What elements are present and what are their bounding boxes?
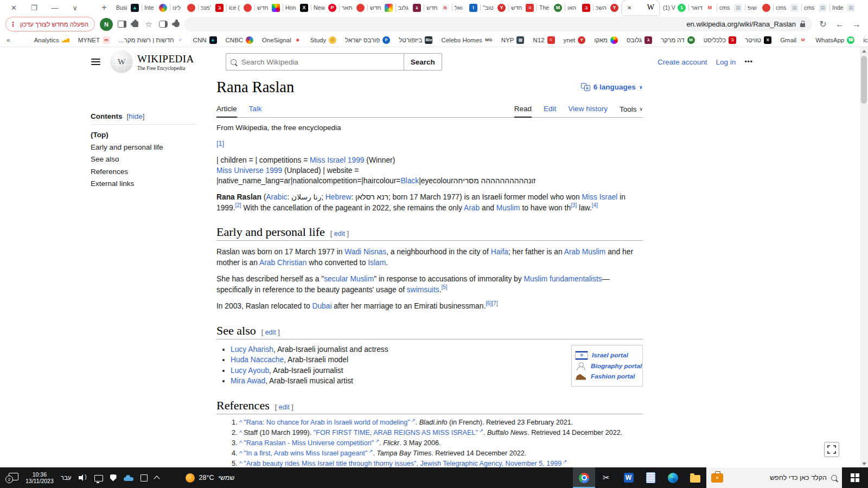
wiki-link[interactable]: Hebrew: [326, 193, 352, 201]
ref-link[interactable]: ↗: [374, 438, 379, 443]
browser-tab[interactable]: השכ Y: [593, 0, 621, 15]
network-icon[interactable]: [94, 475, 103, 481]
wiki-search-button[interactable]: Search: [404, 53, 442, 70]
ref-link[interactable]: [2]: [235, 202, 241, 208]
toc-item[interactable]: See also: [91, 153, 197, 166]
window-minimize-button[interactable]: —: [52, 4, 59, 12]
portal-link[interactable]: Fashion portal: [591, 373, 635, 380]
bookmark-item[interactable]: טוויטר X: [745, 36, 771, 44]
wiki-link[interactable]: Lucy Aharish: [231, 345, 273, 354]
wiki-link[interactable]: Miss Israel 1999: [310, 156, 364, 164]
browser-tab[interactable]: (1) V 1: [660, 0, 688, 15]
wiki-link[interactable]: "Rana Raslan - Miss Universe competition…: [244, 439, 374, 447]
bookmark-item[interactable]: WhatsApp ☎: [815, 36, 854, 44]
browser-tab[interactable]: Inte: [142, 0, 170, 15]
bookmark-item[interactable]: מאקו: [594, 36, 618, 44]
browser-tab[interactable]: תאר: [339, 0, 367, 15]
scrollbar-up-arrow[interactable]: [860, 47, 868, 55]
ref-link[interactable]: ^: [239, 440, 244, 446]
onedrive-icon[interactable]: [124, 475, 133, 481]
window-close-button[interactable]: ✕: [11, 4, 17, 12]
fullscreen-button[interactable]: [824, 442, 839, 457]
bookmark-item[interactable]: OneSignal ◉: [262, 36, 302, 44]
ref-link[interactable]: ↗: [367, 448, 373, 453]
tab-view-history[interactable]: View history: [568, 105, 608, 117]
wiki-link[interactable]: Arab Muslim: [564, 248, 606, 256]
ref-link[interactable]: ^: [239, 429, 244, 436]
wiki-link[interactable]: Haifa: [491, 248, 508, 256]
tab-article[interactable]: Article: [216, 105, 237, 118]
wiki-link[interactable]: "Rana: No chance for Arab in Israeli wor…: [244, 419, 410, 426]
browser-tab[interactable]: cms ▤: [717, 0, 745, 15]
browser-tab[interactable]: חדש מ: [424, 0, 452, 15]
ref-link[interactable]: ↗: [561, 458, 567, 464]
browser-tab[interactable]: מנכ' ב: [198, 0, 226, 15]
browser-tab[interactable]: "טוב Y: [480, 0, 508, 15]
keyboard-language-indicator[interactable]: עבר: [61, 474, 72, 481]
taskbar-notepad-button[interactable]: [640, 467, 662, 488]
languages-button[interactable]: A 6 languages ∨: [581, 83, 643, 91]
browser-tab[interactable]: האו ב: [565, 0, 593, 15]
bookmark-item[interactable]: גלובס ג: [627, 36, 652, 44]
reload-button[interactable]: ↻: [817, 19, 829, 29]
wiki-link[interactable]: "Arab beauty rides Miss Israel title thr…: [244, 460, 561, 467]
wiki-link[interactable]: "FOR FIRST TIME, ARAB REIGNS AS MISS ISR…: [314, 429, 478, 436]
share-icon[interactable]: [159, 21, 168, 28]
browser-tab[interactable]: דואר M: [688, 0, 717, 15]
tray-app-icon[interactable]: [141, 474, 148, 481]
browser-tab[interactable]: לינו: [170, 0, 198, 15]
wiki-link[interactable]: Muslim: [496, 204, 520, 212]
wiki-link[interactable]: swimsuits: [407, 286, 439, 294]
create-account-link[interactable]: Create account: [658, 58, 707, 66]
tab-read[interactable]: Read: [514, 105, 532, 118]
wiki-link[interactable]: Arab: [464, 204, 480, 212]
active-tab-wikipedia[interactable]: ✕ W: [622, 0, 659, 15]
bookmark-item[interactable]: CNN ▲: [193, 36, 217, 44]
profile-avatar[interactable]: N: [100, 18, 113, 31]
tab-talk[interactable]: Talk: [249, 105, 262, 117]
browser-tab[interactable]: חדש ≡: [508, 0, 537, 15]
bookmark-item[interactable]: Analytics ▂▄▆: [34, 36, 69, 44]
browser-tab[interactable]: cms ▤: [801, 0, 829, 15]
browser-tab[interactable]: New P: [311, 0, 339, 15]
more-options-icon[interactable]: •••: [744, 58, 753, 66]
window-restore-button[interactable]: ❐: [31, 4, 37, 12]
ref-link[interactable]: ^: [239, 419, 244, 426]
bookmark-item[interactable]: ynet Y: [564, 36, 586, 44]
tab-search-chevron[interactable]: ∨: [73, 4, 78, 12]
wiki-search-input[interactable]: [240, 57, 399, 67]
ref-link[interactable]: ^: [239, 460, 244, 467]
volume-icon[interactable]: ): [79, 474, 87, 481]
security-shield-icon[interactable]: [110, 474, 117, 481]
show-hidden-icons-chevron[interactable]: [154, 476, 159, 481]
wiki-link[interactable]: Arab Christian: [259, 259, 307, 267]
ref-link[interactable]: ^: [239, 450, 244, 457]
taskbar-edge-button[interactable]: [662, 467, 684, 488]
wiki-link[interactable]: Lucy Ayoub: [231, 367, 269, 375]
ref-link[interactable]: [4]: [592, 202, 598, 208]
side-panel-icon[interactable]: [118, 21, 126, 28]
wiki-link[interactable]: Arabic: [266, 193, 287, 201]
forward-button[interactable]: →: [851, 20, 863, 29]
toc-hide-link[interactable]: [hide]: [127, 112, 145, 120]
browser-tab[interactable]: חדש: [367, 0, 395, 15]
wiki-link[interactable]: Mira Awad: [231, 377, 265, 385]
chrome-update-button[interactable]: ⋮ הפעלה מחדש לצורך עדכון: [5, 17, 95, 31]
browser-tab[interactable]: שופ: [745, 0, 773, 15]
browser-tab[interactable]: Inde ▤: [829, 0, 858, 15]
bookmark-item[interactable]: N12 ≡: [533, 36, 554, 44]
wiki-link[interactable]: Islam: [368, 259, 386, 267]
edit-section-link[interactable]: [ edit ]: [261, 329, 280, 336]
bookmark-item[interactable]: ביזפורטל Biz: [399, 36, 432, 44]
bookmark-item[interactable]: NYP ▦: [501, 36, 525, 44]
browser-tab[interactable]: ice (: [226, 0, 254, 15]
bookmark-item[interactable]: Celebs Homes MG: [441, 36, 492, 44]
browser-tab[interactable]: ואל !: [452, 0, 480, 15]
browser-tab[interactable]: cms ▤: [773, 0, 801, 15]
lock-icon[interactable]: [800, 23, 805, 27]
browser-tab[interactable]: The M: [537, 0, 565, 15]
wiki-link[interactable]: "In a first, Arab wins Miss Israel pagea…: [244, 450, 367, 457]
wiki-link[interactable]: Black: [400, 177, 419, 185]
toc-item[interactable]: References: [91, 166, 197, 178]
browser-tab[interactable]: Busi ▲: [113, 0, 142, 15]
